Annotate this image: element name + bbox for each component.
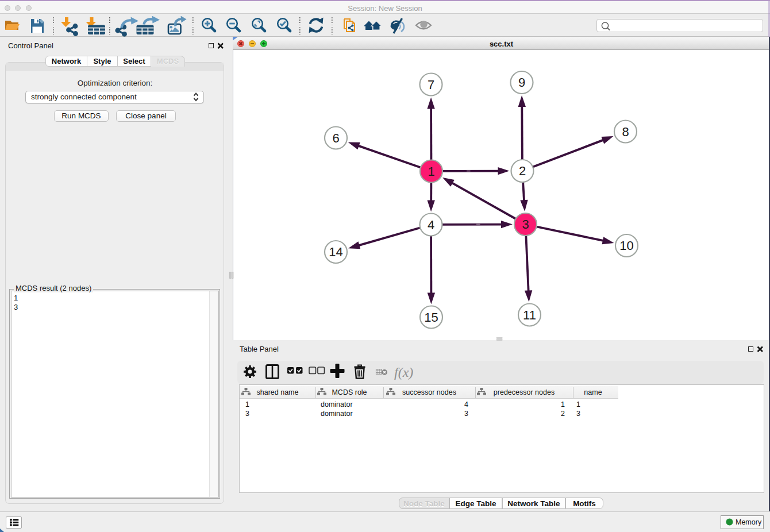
svg-text:10: 10: [619, 238, 633, 253]
svg-text:3: 3: [522, 217, 529, 232]
svg-text:4: 4: [428, 218, 434, 232]
svg-text:6: 6: [332, 131, 339, 145]
svg-text:7: 7: [428, 78, 434, 92]
svg-text:15: 15: [424, 310, 438, 325]
svg-text:14: 14: [329, 245, 342, 259]
svg-text:1: 1: [428, 164, 434, 179]
svg-text:2: 2: [519, 164, 526, 178]
svg-text:f(x): f(x): [394, 365, 413, 380]
svg-text:9: 9: [518, 75, 525, 90]
svg-text:11: 11: [523, 308, 536, 322]
svg-text:8: 8: [622, 125, 629, 139]
